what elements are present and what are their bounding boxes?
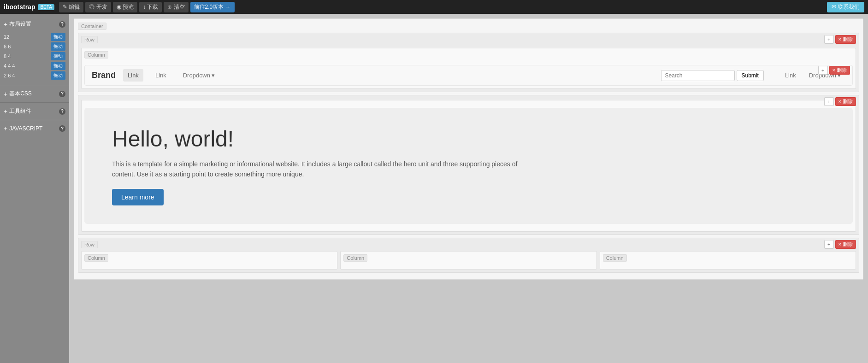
navbar-link-active[interactable]: Link	[123, 69, 143, 82]
plus-icon-3: +	[4, 108, 7, 115]
row-wrapper-hero: + × 删除 Hello, world! This is a template …	[78, 95, 859, 235]
sidebar-js-title: + JAVASCRIPT	[4, 125, 42, 132]
drag-12-button[interactable]: 拖动	[51, 33, 65, 41]
row-1-controls: + × 删除	[824, 35, 856, 44]
layout-row-66: 6 6 拖动	[4, 42, 65, 51]
sidebar-basiccss-title: + 基本CSS	[4, 90, 32, 98]
js-label: JAVASCRIPT	[9, 125, 42, 132]
column-wrapper-navbar: Column + × 删除 Brand Link Link Dropdown ▾	[81, 48, 856, 89]
navbar-preview: Brand Link Link Dropdown ▾ Submit Link	[84, 65, 853, 86]
navbar-dropdown-label: Dropdown	[183, 72, 210, 79]
layout-84-label: 8 4	[4, 53, 51, 59]
layout-rows: 12 拖动 6 6 拖动 8 4 拖动 4 4 4 拖动 2 6 4 拖动	[0, 31, 69, 83]
column-label-navbar: Column	[84, 51, 108, 59]
row-2-del-button[interactable]: × 删除	[835, 97, 856, 106]
layout-264-label: 2 6 4	[4, 73, 51, 78]
row-3-controls: + × 删除	[824, 240, 856, 249]
js-help-icon: ?	[59, 125, 65, 132]
bottom-col-2-label: Column	[343, 254, 367, 262]
preview-button[interactable]: ◉ 预览	[113, 2, 137, 12]
column-navbar-controls: + × 删除	[818, 66, 850, 75]
sidebar-basiccss-section[interactable]: + 基本CSS ?	[0, 87, 69, 100]
row-wrapper-navbar: Row + × 删除 Column + × 删除 Brand Link Link	[78, 33, 859, 92]
sidebar-tools-section[interactable]: + 工具组件 ?	[0, 105, 69, 118]
topbar-logo: ibootstrap BETA	[4, 3, 54, 11]
tools-label: 工具组件	[9, 107, 31, 115]
container-label: Container	[78, 23, 106, 30]
row-label-3: Row	[81, 241, 98, 248]
clear-button[interactable]: ⊙ 清空	[164, 2, 188, 12]
navbar-dropdown[interactable]: Dropdown ▾	[178, 69, 219, 82]
container-wrapper: Container Row + × 删除 Column + × 删除 Brand…	[74, 18, 863, 280]
sidebar-layout-section[interactable]: + 布局设置 ?	[0, 18, 69, 31]
layout-row-444: 4 4 4 拖动	[4, 62, 65, 70]
sidebar-divider-1	[0, 85, 69, 85]
edit-button[interactable]: ✎ 编辑	[59, 2, 83, 12]
bottom-col-3-label: Column	[603, 254, 627, 262]
basiccss-help-icon: ?	[59, 91, 65, 97]
download-button[interactable]: ↓ 下载	[139, 2, 162, 12]
main-content: Container Row + × 删除 Column + × 删除 Brand…	[69, 14, 868, 363]
sidebar-divider-2	[0, 102, 69, 103]
layout-444-label: 4 4 4	[4, 63, 51, 69]
navbar-dropdown-caret: ▾	[212, 72, 215, 79]
layout-help-icon: ?	[59, 21, 65, 28]
row-wrapper-bottom: Row + × 删除 Column Column Column	[78, 238, 859, 273]
layout-row-84: 8 4 拖动	[4, 52, 65, 60]
row-3-add-button[interactable]: +	[824, 240, 833, 249]
row-2-controls: + × 删除	[824, 97, 856, 106]
sidebar-js-section[interactable]: + JAVASCRIPT ?	[0, 122, 69, 135]
hero-learn-more-button[interactable]: Learn more	[112, 189, 164, 205]
row-2-add-button[interactable]: +	[824, 97, 833, 106]
layout-12-label: 12	[4, 34, 51, 40]
bottom-column-2: Column	[340, 251, 596, 269]
topbar: ibootstrap BETA ✎ 编辑 ◎ 开发 ◉ 预览 ↓ 下载 ⊙ 清空…	[0, 0, 868, 14]
layout-label: 布局设置	[9, 20, 31, 28]
sidebar-tools-title: + 工具组件	[4, 107, 31, 115]
hero-title: Hello, world!	[112, 126, 825, 152]
navbar-search-input[interactable]	[661, 70, 735, 81]
hero-text: This is a template for a simple marketin…	[112, 159, 527, 180]
navbar-brand: Brand	[92, 70, 116, 80]
hero-unit: Hello, world! This is a template for a s…	[84, 108, 853, 224]
contact-button[interactable]: ✉ 联系我们	[827, 2, 864, 12]
layout-row-264: 2 6 4 拖动	[4, 71, 65, 80]
bottom-columns-row: Column Column Column	[81, 251, 856, 269]
drag-444-button[interactable]: 拖动	[51, 62, 65, 70]
tools-help-icon: ?	[59, 108, 65, 115]
bottom-col-1-label: Column	[84, 254, 108, 262]
drag-66-button[interactable]: 拖动	[51, 42, 65, 51]
col-navbar-del-button[interactable]: × 删除	[829, 66, 850, 75]
col-navbar-add-button[interactable]: +	[818, 66, 827, 75]
sidebar-layout-title: + 布局设置	[4, 20, 31, 28]
layout-row-12: 12 拖动	[4, 33, 65, 41]
goto-v2-button[interactable]: 前往2.0版本 →	[190, 2, 235, 12]
navbar-submit-button[interactable]: Submit	[737, 70, 764, 81]
column-wrapper-hero: Hello, world! This is a template for a s…	[81, 100, 856, 232]
bottom-column-1: Column	[81, 251, 337, 269]
basiccss-label: 基本CSS	[9, 90, 32, 98]
navbar-search-form: Submit	[661, 70, 764, 81]
navbar-right-link[interactable]: Link	[780, 69, 801, 82]
dev-button[interactable]: ◎ 开发	[85, 2, 111, 12]
row-1-del-button[interactable]: × 删除	[835, 35, 856, 44]
row-1-add-button[interactable]: +	[824, 35, 833, 44]
bottom-column-3: Column	[600, 251, 856, 269]
layout-66-label: 6 6	[4, 44, 51, 49]
sidebar: + 布局设置 ? 12 拖动 6 6 拖动 8 4 拖动 4 4 4 拖动 2 …	[0, 14, 69, 363]
row-label-1: Row	[81, 36, 98, 43]
plus-icon: +	[4, 21, 7, 28]
navbar-link-2[interactable]: Link	[151, 69, 171, 82]
drag-84-button[interactable]: 拖动	[51, 52, 65, 60]
plus-icon-2: +	[4, 90, 7, 98]
logo-text: ibootstrap	[4, 3, 35, 11]
row-3-del-button[interactable]: × 删除	[835, 240, 856, 249]
drag-264-button[interactable]: 拖动	[51, 71, 65, 80]
beta-badge: BETA	[38, 4, 54, 10]
sidebar-divider-3	[0, 120, 69, 120]
plus-icon-4: +	[4, 125, 7, 132]
